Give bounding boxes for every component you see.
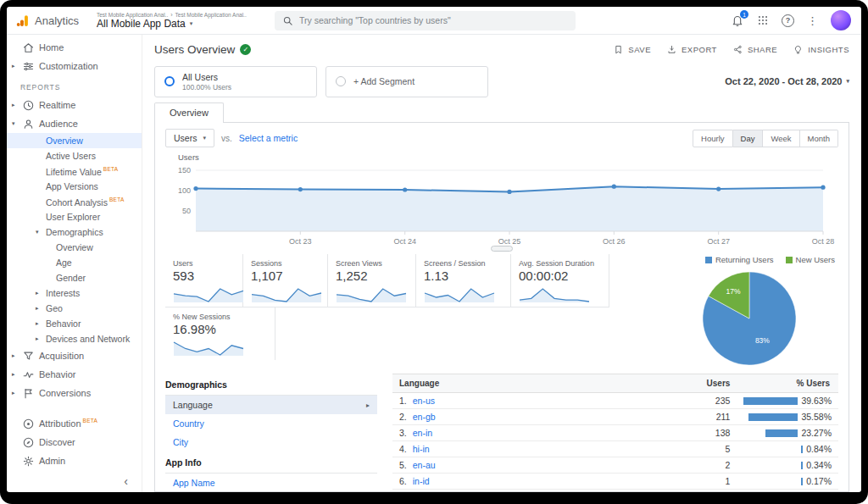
sidebar-item-cohort-analysis[interactable]: Cohort AnalysisBETA — [7, 194, 142, 209]
scorecard-value: 1,107 — [251, 269, 320, 283]
scorecard-avg-session-duration[interactable]: Avg. Session Duration00:00:02 — [511, 254, 609, 307]
segment-title: All Users — [182, 72, 231, 82]
share-button[interactable]: SHARE — [732, 44, 777, 55]
dimension-city[interactable]: City — [165, 433, 377, 451]
language-link-en-au[interactable]: en-au — [413, 460, 436, 470]
tab-overview[interactable]: Overview — [154, 102, 224, 123]
vs-label: vs. — [221, 134, 232, 143]
granularity-hourly-button[interactable]: Hourly — [693, 130, 732, 147]
scorecard-sparkline — [173, 338, 267, 357]
chevron-right-icon: ▸ — [36, 335, 46, 342]
language-link-hi-in[interactable]: hi-in — [413, 444, 430, 454]
breadcrumb-account[interactable]: Test Mobile Application Anal.. — [97, 12, 168, 18]
dimension-language[interactable]: Language▸ — [165, 396, 377, 414]
row-users: 5 — [687, 441, 737, 457]
pct-bar — [801, 446, 803, 453]
caret-down-icon: ▾ — [846, 78, 849, 85]
report-actions: SAVE EXPORT SHARE INSIGHTS — [613, 44, 849, 55]
search-bar[interactable] — [275, 11, 576, 30]
col-users: Users — [687, 374, 737, 393]
metric-selector-row: Users ▾ vs. Select a metric HourlyDayWee… — [155, 123, 849, 152]
granularity-week-button[interactable]: Week — [763, 130, 799, 147]
timeline-scrubber[interactable] — [491, 246, 513, 252]
sidebar-item-user-explorer[interactable]: User Explorer — [7, 209, 142, 224]
sidebar-item-gender[interactable]: Gender — [7, 270, 142, 285]
user-type-pie-chart[interactable]: 83%17% — [699, 269, 799, 368]
user-type-pie-svg: 83%17% — [699, 269, 799, 368]
sidebar-item-discover[interactable]: Discover — [7, 433, 142, 451]
apps-grid-icon — [757, 14, 769, 26]
sidebar-item-behavior[interactable]: ▸Behavior — [7, 365, 142, 384]
date-range-selector[interactable]: Oct 22, 2020 - Oct 28, 2020 ▾ — [725, 76, 849, 86]
language-link-in-id[interactable]: in-id — [413, 476, 430, 486]
sidebar-item-lifetime-value[interactable]: Lifetime ValueBETA — [7, 163, 142, 179]
sidebar-item-realtime[interactable]: ▸Realtime — [7, 96, 142, 114]
sidebar-item-devices-and-network[interactable]: ▸Devices and Network — [7, 331, 142, 346]
scorecard-screens-session[interactable]: Screens / Session1.13 — [416, 254, 511, 307]
scorecard-screen-views[interactable]: Screen Views1,252 — [328, 254, 416, 307]
add-segment-button[interactable]: + Add Segment — [326, 66, 488, 97]
row-pct: 0.84% — [806, 444, 832, 454]
sidebar-item-audience[interactable]: ▾Audience — [7, 114, 142, 133]
attribution-icon — [22, 418, 39, 430]
sidebar-collapse-button[interactable]: ‹ — [7, 474, 142, 492]
segments-row: All Users 100.00% Users + Add Segment Oc… — [154, 64, 849, 99]
realtime-icon — [22, 99, 39, 112]
row-rank: 2. — [399, 412, 407, 422]
language-link-en-us[interactable]: en-us — [413, 396, 435, 406]
scorecards: Users593Sessions1,107Screen Views1,252Sc… — [165, 254, 609, 368]
property-selector[interactable]: All Mobile App Data ▾ — [97, 18, 263, 30]
granularity-month-button[interactable]: Month — [800, 130, 838, 147]
avatar[interactable] — [831, 10, 851, 30]
sidebar-item-customization[interactable]: ▸Customization — [7, 57, 142, 75]
svg-text:Oct 23: Oct 23 — [289, 237, 312, 246]
scorecard-sparkline — [251, 285, 320, 303]
notifications-button[interactable]: 1 — [731, 14, 744, 27]
metric-selector[interactable]: Users ▾ — [165, 129, 214, 147]
more-options-button[interactable]: ⋮ — [807, 15, 818, 26]
sidebar-item-app-versions[interactable]: App Versions — [7, 179, 142, 194]
scorecard-label: Screens / Session — [424, 259, 503, 268]
language-link-en-in[interactable]: en-in — [413, 428, 432, 438]
analytics-home-link[interactable]: Analytics — [15, 14, 93, 28]
scorecard-new-sessions[interactable]: % New Sessions16.98% — [165, 307, 275, 360]
pct-bar — [748, 413, 798, 421]
sidebar-item-home[interactable]: Home — [7, 38, 142, 57]
users-line-chart[interactable]: 50100150Oct 23Oct 24Oct 25Oct 26Oct 27Oc… — [165, 163, 838, 248]
scorecard-sessions[interactable]: Sessions1,107 — [243, 254, 328, 307]
scorecard-users[interactable]: Users593 — [165, 254, 243, 307]
sidebar-item-admin[interactable]: Admin — [7, 451, 142, 470]
dimension-country[interactable]: Country — [165, 414, 377, 433]
segment-all-users[interactable]: All Users 100.00% Users — [154, 66, 317, 97]
save-button[interactable]: SAVE — [613, 44, 651, 55]
search-input[interactable] — [299, 15, 568, 25]
chevron-down-icon: ▾ — [12, 120, 22, 127]
sidebar-item-attribution[interactable]: AttributionBETA — [7, 414, 142, 433]
svg-text:Oct 25: Oct 25 — [498, 237, 521, 246]
sidebar-item-interests[interactable]: ▸Interests — [7, 285, 142, 301]
sidebar-item-acquisition[interactable]: ▸Acquisition — [7, 346, 142, 365]
dimension-app-name[interactable]: App Name — [165, 474, 377, 491]
sidebar-item-overview[interactable]: Overview — [7, 240, 142, 255]
insights-button[interactable]: INSIGHTS — [793, 44, 849, 55]
language-table-row: 4.hi-in50.84% — [392, 441, 838, 457]
sidebar-item-overview[interactable]: Overview — [7, 133, 142, 148]
add-segment-circle-icon — [336, 76, 346, 86]
sidebar-item-behavior[interactable]: ▸Behavior — [7, 316, 142, 331]
breadcrumb-property[interactable]: Test Mobile Application Anal.. — [175, 12, 247, 18]
apps-grid-button[interactable] — [757, 14, 769, 26]
export-button[interactable]: EXPORT — [666, 44, 717, 55]
audience-icon — [22, 118, 39, 130]
language-link-en-gb[interactable]: en-gb — [413, 412, 436, 422]
dimension-group-app-info: App Info — [165, 451, 377, 474]
sidebar-item-geo[interactable]: ▸Geo — [7, 301, 142, 316]
sidebar-item-demographics[interactable]: ▾Demographics — [7, 224, 142, 240]
sidebar-item-active-users[interactable]: Active Users — [7, 148, 142, 163]
sidebar-item-age[interactable]: Age — [7, 255, 142, 270]
chevron-right-icon: ▸ — [12, 352, 22, 359]
help-button[interactable]: ? — [782, 14, 794, 27]
row-users: 138 — [687, 425, 737, 441]
select-metric-link[interactable]: Select a metric — [239, 133, 298, 143]
sidebar-item-conversions[interactable]: ▸Conversions — [7, 384, 142, 402]
granularity-day-button[interactable]: Day — [733, 130, 764, 147]
